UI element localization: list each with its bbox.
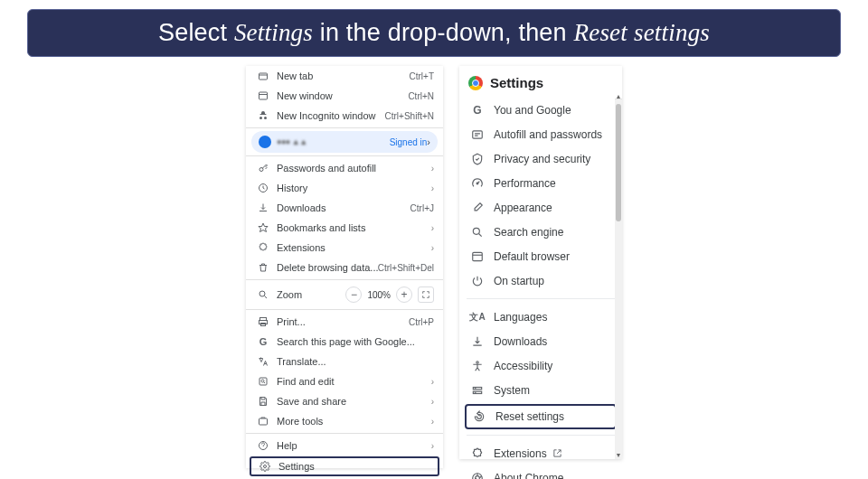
menu-passwords[interactable]: Passwords and autofill ›: [246, 158, 443, 178]
chevron-right-icon: ›: [428, 164, 434, 174]
scroll-down-arrow[interactable]: ▼: [615, 452, 622, 459]
menu-label: Print...: [271, 316, 409, 327]
sidebar-downloads[interactable]: Downloads: [459, 329, 622, 353]
menu-find-edit[interactable]: Find and edit ›: [246, 371, 443, 391]
sidebar-accessibility[interactable]: Accessibility: [459, 353, 622, 378]
sidebar-search-engine[interactable]: Search engine: [459, 220, 622, 244]
trash-icon: [255, 262, 271, 273]
chevron-right-icon: ›: [428, 441, 434, 451]
menu-label: Find and edit: [271, 376, 428, 387]
download-icon: [468, 335, 486, 348]
menu-label: Bookmarks and lists: [271, 222, 428, 233]
chevron-right-icon: ›: [428, 223, 434, 233]
key-icon: [255, 163, 271, 174]
chrome-logo-icon: [468, 76, 483, 90]
menu-label: Save and share: [271, 396, 428, 407]
menu-new-window[interactable]: New window Ctrl+N: [246, 86, 443, 106]
fullscreen-button[interactable]: [418, 286, 434, 303]
svg-point-15: [264, 465, 267, 468]
menu-separator: [246, 127, 443, 128]
google-g-icon: G: [255, 336, 271, 347]
scroll-up-arrow[interactable]: ▲: [615, 93, 622, 100]
svg-rect-24: [473, 391, 481, 393]
zoom-icon: [255, 289, 271, 300]
menu-translate[interactable]: Translate...: [246, 352, 443, 371]
menu-print[interactable]: Print... Ctrl+P: [246, 312, 443, 332]
sidebar-privacy[interactable]: Privacy and security: [459, 146, 622, 171]
menu-settings[interactable]: Settings: [250, 456, 439, 476]
history-icon: [255, 183, 271, 193]
sidebar-appearance[interactable]: Appearance: [459, 195, 622, 220]
sidebar-extensions[interactable]: Extensions: [459, 441, 622, 465]
menu-bookmarks[interactable]: Bookmarks and lists ›: [246, 218, 443, 238]
avatar-icon: [259, 136, 271, 148]
sidebar-reset-settings[interactable]: Reset settings: [465, 404, 617, 429]
translate-icon: [255, 356, 271, 367]
reset-icon: [470, 410, 488, 423]
menu-separator: [246, 433, 443, 434]
sidebar-about-chrome[interactable]: About Chrome: [459, 465, 622, 479]
menu-save-share[interactable]: Save and share ›: [246, 391, 443, 411]
sidebar-label: System: [486, 384, 530, 397]
sidebar-on-startup[interactable]: On startup: [459, 268, 622, 293]
zoom-in-button[interactable]: +: [396, 286, 412, 303]
svg-rect-23: [473, 387, 481, 389]
system-icon: [468, 384, 486, 397]
menu-delete-browsing-data[interactable]: Delete browsing data... Ctrl+Shift+Del: [246, 258, 443, 277]
menu-new-incognito[interactable]: New Incognito window Ctrl+Shift+N: [246, 106, 443, 126]
save-icon: [255, 396, 271, 407]
menu-history[interactable]: History ›: [246, 178, 443, 198]
menu-profile-chip[interactable]: ●●● ▲▲ Signed in ›: [251, 131, 438, 153]
svg-point-18: [473, 228, 479, 234]
sidebar-label: Languages: [486, 311, 547, 324]
menu-help[interactable]: Help ›: [246, 436, 443, 456]
chrome-outline-icon: [468, 472, 486, 480]
sidebar-default-browser[interactable]: Default browser: [459, 244, 622, 268]
settings-title: Settings: [490, 75, 543, 90]
sidebar-label: Privacy and security: [486, 153, 590, 165]
menu-more-tools[interactable]: More tools ›: [246, 411, 443, 431]
print-icon: [255, 316, 271, 327]
menu-separator: [246, 155, 443, 156]
star-icon: [255, 222, 271, 233]
menu-label: History: [271, 183, 428, 193]
sidebar-you-and-google[interactable]: G You and Google: [459, 98, 622, 122]
chevron-right-icon: ›: [428, 417, 434, 427]
menu-shortcut: Ctrl+Shift+N: [385, 111, 434, 121]
language-icon: 文A: [468, 311, 486, 324]
sidebar-label: Appearance: [486, 202, 552, 214]
menu-new-tab[interactable]: New tab Ctrl+T: [246, 66, 443, 86]
chrome-menu-dropdown: New tab Ctrl+T New window Ctrl+N New Inc…: [246, 66, 443, 468]
menu-downloads[interactable]: Downloads Ctrl+J: [246, 198, 443, 218]
menu-search-page[interactable]: G Search this page with Google...: [246, 332, 443, 352]
search-icon: [468, 226, 486, 239]
sidebar-performance[interactable]: Performance: [459, 171, 622, 195]
external-link-icon: [552, 448, 562, 458]
svg-rect-1: [259, 92, 268, 99]
sidebar-label: Extensions: [486, 447, 547, 460]
power-icon: [468, 275, 486, 287]
tab-icon: [255, 70, 271, 81]
accessibility-icon: [468, 360, 486, 372]
incognito-icon: [255, 110, 271, 121]
menu-extensions[interactable]: Extensions ›: [246, 238, 443, 258]
sidebar-label: You and Google: [486, 104, 571, 117]
scrollbar-thumb[interactable]: [616, 104, 621, 221]
settings-sidebar: Settings G You and Google Autofill and p…: [459, 66, 622, 459]
menu-label: New window: [271, 90, 408, 101]
sidebar-autofill[interactable]: Autofill and passwords: [459, 122, 622, 146]
gear-icon: [257, 461, 273, 472]
scrollbar[interactable]: ▲ ▼: [615, 93, 622, 459]
zoom-value: 100%: [367, 290, 391, 300]
zoom-out-button[interactable]: −: [345, 286, 362, 303]
sidebar-separator: [467, 435, 615, 436]
sidebar-label: Downloads: [486, 335, 547, 348]
menu-label: Passwords and autofill: [271, 163, 428, 174]
download-icon: [255, 202, 271, 213]
sidebar-label: Reset settings: [488, 410, 564, 423]
sidebar-languages[interactable]: 文A Languages: [459, 305, 622, 329]
sidebar-system[interactable]: System: [459, 378, 622, 402]
signed-in-label: Signed in: [390, 137, 428, 147]
svg-line-6: [265, 296, 268, 299]
browser-icon: [468, 250, 486, 263]
